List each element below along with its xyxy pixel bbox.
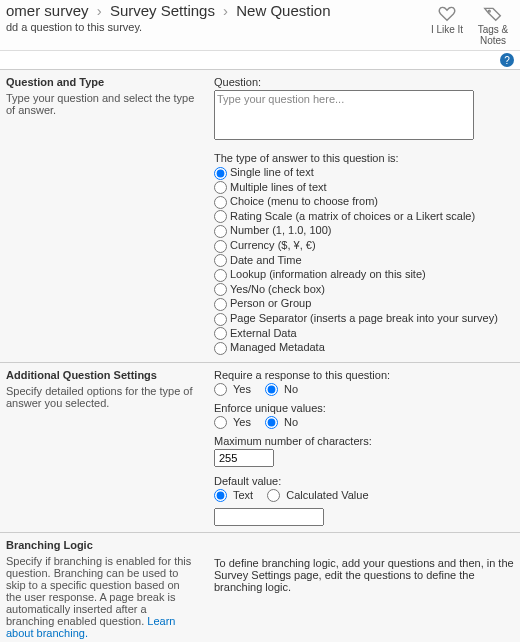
answer-type-option[interactable]: Managed Metadata <box>214 341 514 355</box>
question-input[interactable] <box>214 90 474 140</box>
answer-type-option[interactable]: Page Separator (inserts a page break int… <box>214 312 514 326</box>
answer-type-option[interactable]: Multiple lines of text <box>214 181 514 195</box>
maxchars-input[interactable] <box>214 449 274 467</box>
help-icon[interactable]: ? <box>500 53 514 67</box>
breadcrumb-part[interactable]: Survey Settings <box>110 2 215 19</box>
answer-type-option[interactable]: Date and Time <box>214 254 514 268</box>
answer-type-option[interactable]: Person or Group <box>214 297 514 311</box>
tags-notes-button[interactable]: Tags & Notes <box>472 2 514 46</box>
section-additional-settings: Additional Question Settings Specify det… <box>0 362 520 532</box>
answer-type-option[interactable]: Yes/No (check box) <box>214 283 514 297</box>
section-question-type: Question and Type Type your question and… <box>0 69 520 362</box>
answer-type-option[interactable]: Choice (menu to choose from) <box>214 195 514 209</box>
breadcrumb-part[interactable]: omer survey <box>6 2 89 19</box>
require-yes[interactable]: Yes <box>214 383 251 396</box>
maxchars-label: Maximum number of characters: <box>214 435 514 447</box>
answer-type-option[interactable]: Rating Scale (a matrix of choices or a L… <box>214 210 514 224</box>
chevron-right-icon: › <box>223 2 228 19</box>
section-branching: Branching Logic Specify if branching is … <box>0 532 520 642</box>
answer-type-option[interactable]: Lookup (information already on this site… <box>214 268 514 282</box>
branching-instructions: To define branching logic, add your ques… <box>214 557 514 593</box>
unique-label: Enforce unique values: <box>214 402 514 414</box>
svg-point-0 <box>488 10 490 12</box>
section-title: Branching Logic <box>6 539 196 551</box>
answer-type-option[interactable]: Number (1, 1.0, 100) <box>214 224 514 238</box>
require-no[interactable]: No <box>265 383 298 396</box>
tag-icon <box>482 2 504 24</box>
default-text[interactable]: Text <box>214 489 253 502</box>
section-desc: Type your question and select the type o… <box>6 92 196 116</box>
section-title: Additional Question Settings <box>6 369 196 381</box>
page-subtitle: dd a question to this survey. <box>6 21 426 33</box>
default-calc[interactable]: Calculated Value <box>267 489 368 502</box>
default-value-input[interactable] <box>214 508 324 526</box>
unique-no[interactable]: No <box>265 416 298 429</box>
section-title: Question and Type <box>6 76 196 88</box>
section-desc: Specify if branching is enabled for this… <box>6 555 196 639</box>
section-desc: Specify detailed options for the type of… <box>6 385 196 409</box>
breadcrumb-leaf: New Question <box>236 2 330 19</box>
heart-icon <box>436 2 458 24</box>
answer-type-radios: Single line of textMultiple lines of tex… <box>214 166 514 355</box>
answer-type-option[interactable]: Single line of text <box>214 166 514 180</box>
chevron-right-icon: › <box>97 2 102 19</box>
answer-type-option[interactable]: External Data <box>214 327 514 341</box>
default-label: Default value: <box>214 475 514 487</box>
question-label: Question: <box>214 76 514 88</box>
breadcrumb: omer survey › Survey Settings › New Ques… <box>6 2 426 19</box>
unique-yes[interactable]: Yes <box>214 416 251 429</box>
like-button[interactable]: I Like It <box>426 2 468 46</box>
require-label: Require a response to this question: <box>214 369 514 381</box>
answer-type-option[interactable]: Currency ($, ¥, €) <box>214 239 514 253</box>
page-header: omer survey › Survey Settings › New Ques… <box>0 0 520 51</box>
answer-type-label: The type of answer to this question is: <box>214 152 514 164</box>
